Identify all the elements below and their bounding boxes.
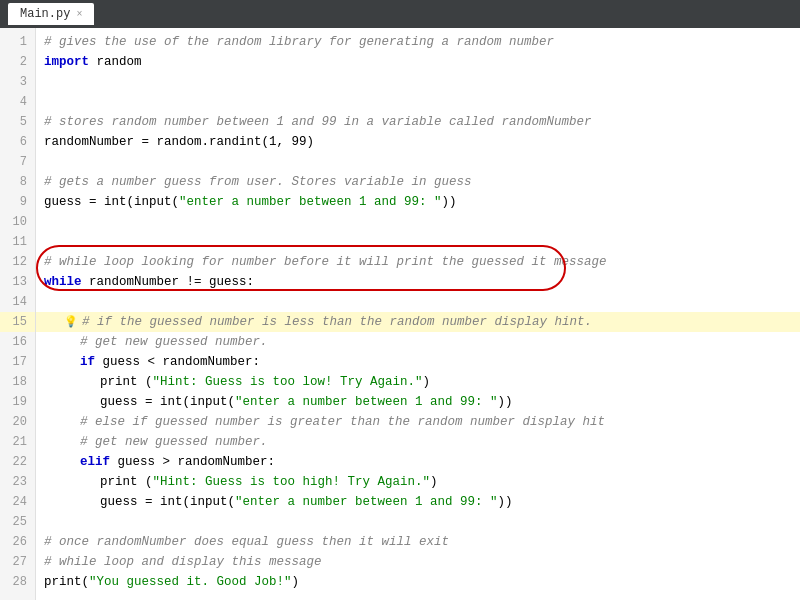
line-18-print: print ("Hint: Guess is too low! Try Agai… [100,372,430,392]
line-6-text: randomNumber = random.randint(1, 99) [44,132,314,152]
line-17-if: if [80,352,95,372]
code-line-10 [36,212,800,232]
code-line-12: # while loop looking for number before i… [36,252,800,272]
line-23-print: print ("Hint: Guess is too high! Try Aga… [100,472,438,492]
code-line-1: # gives the use of the random library fo… [36,32,800,52]
line-2-keyword: import [44,52,89,72]
line-5-text: # stores random number between 1 and 99 … [44,112,592,132]
code-line-20: # else if guessed number is greater than… [36,412,800,432]
line-num-13: 13 [0,272,35,292]
line-17-cond: guess < randomNumber: [103,352,261,372]
line-num-16: 16 [0,332,35,352]
code-line-2: import random [36,52,800,72]
line-num-20: 20 [0,412,35,432]
line-28-print: print("You guessed it. Good Job!") [44,572,299,592]
code-line-13: while randomNumber != guess: [36,272,800,292]
line-9-text: guess = int(input("enter a number betwee… [44,192,457,212]
code-line-3 [36,72,800,92]
code-line-26: # once randomNumber does equal guess the… [36,532,800,552]
title-bar: Main.py × [0,0,800,28]
line-26-text: # once randomNumber does equal guess the… [44,532,449,552]
tab-close-button[interactable]: × [76,9,82,20]
line-num-4: 4 [0,92,35,112]
line-num-14: 14 [0,292,35,312]
code-line-9: guess = int(input("enter a number betwee… [36,192,800,212]
code-line-28: print("You guessed it. Good Job!") [36,572,800,592]
code-area[interactable]: # gives the use of the random library fo… [36,28,800,600]
line-24-text: guess = int(input("enter a number betwee… [100,492,513,512]
line-num-27: 27 [0,552,35,572]
line-8-text: # gets a number guess from user. Stores … [44,172,472,192]
line-num-19: 19 [0,392,35,412]
line-num-17: 17 [0,352,35,372]
code-line-27: # while loop and display this message [36,552,800,572]
line-num-10: 10 [0,212,35,232]
line-num-1: 1 [0,32,35,52]
code-line-11 [36,232,800,252]
editor: 1 2 3 4 5 6 7 8 9 10 11 12 13 14 15 16 1… [0,28,800,600]
line-num-25: 25 [0,512,35,532]
line-num-22: 22 [0,452,35,472]
line-num-8: 8 [0,172,35,192]
line-numbers: 1 2 3 4 5 6 7 8 9 10 11 12 13 14 15 16 1… [0,28,36,600]
line-num-2: 2 [0,52,35,72]
hint-icon: 💡 [64,312,78,332]
line-2-module: random [97,52,142,72]
code-line-18: print ("Hint: Guess is too low! Try Agai… [36,372,800,392]
code-line-17: if guess < randomNumber: [36,352,800,372]
tab-label: Main.py [20,7,70,21]
code-line-6: randomNumber = random.randint(1, 99) [36,132,800,152]
code-line-14 [36,292,800,312]
line-num-15: 15 [0,312,35,332]
line-num-7: 7 [0,152,35,172]
line-num-28: 28 [0,572,35,592]
line-15-text: # if the guessed number is less than the… [82,312,592,332]
line-num-9: 9 [0,192,35,212]
line-12-text: # while loop looking for number before i… [44,252,607,272]
line-13-cond: randomNumber != guess: [89,272,254,292]
code-line-16: # get new guessed number. [36,332,800,352]
line-16-text: # get new guessed number. [80,332,268,352]
line-num-6: 6 [0,132,35,152]
line-num-26: 26 [0,532,35,552]
line-num-12: 12 [0,252,35,272]
line-27-text: # while loop and display this message [44,552,322,572]
line-21-text: # get new guessed number. [80,432,268,452]
code-line-24: guess = int(input("enter a number betwee… [36,492,800,512]
code-line-25 [36,512,800,532]
line-19-text: guess = int(input("enter a number betwee… [100,392,513,412]
line-22-cond: guess > randomNumber: [118,452,276,472]
code-line-15: 💡 # if the guessed number is less than t… [36,312,800,332]
tab-main-py[interactable]: Main.py × [8,3,94,25]
line-20-text: # else if guessed number is greater than… [80,412,605,432]
code-line-22: elif guess > randomNumber: [36,452,800,472]
code-line-8: # gets a number guess from user. Stores … [36,172,800,192]
line-22-elif: elif [80,452,110,472]
code-line-5: # stores random number between 1 and 99 … [36,112,800,132]
line-num-5: 5 [0,112,35,132]
line-1-text: # gives the use of the random library fo… [44,32,554,52]
line-num-23: 23 [0,472,35,492]
line-num-18: 18 [0,372,35,392]
line-num-21: 21 [0,432,35,452]
code-line-4 [36,92,800,112]
code-line-21: # get new guessed number. [36,432,800,452]
code-line-19: guess = int(input("enter a number betwee… [36,392,800,412]
line-num-3: 3 [0,72,35,92]
main-window: Main.py × 1 2 3 4 5 6 7 8 9 10 11 12 13 … [0,0,800,600]
line-num-11: 11 [0,232,35,252]
line-num-24: 24 [0,492,35,512]
code-line-7 [36,152,800,172]
line-13-while: while [44,272,82,292]
code-line-23: print ("Hint: Guess is too high! Try Aga… [36,472,800,492]
